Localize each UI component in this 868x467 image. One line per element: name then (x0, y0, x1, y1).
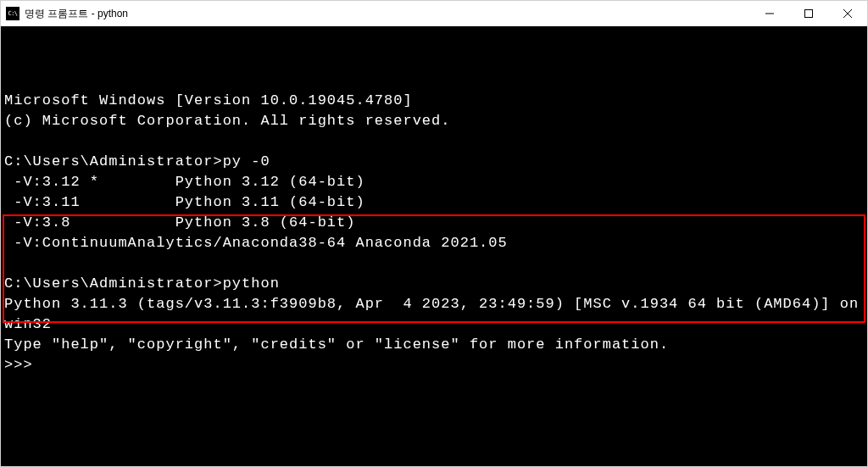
svg-rect-1 (805, 10, 813, 18)
maximize-icon (804, 9, 813, 18)
prompt-command: python (223, 275, 280, 292)
terminal-content: Microsoft Windows [Version 10.0.19045.47… (4, 70, 864, 396)
prompt-line-1: C:\Users\Administrator>py -0 (4, 153, 270, 170)
prompt-path: C:\Users\Administrator> (4, 275, 223, 292)
window-title: 명령 프롬프트 - python (25, 7, 128, 21)
python-repl-prompt: >>> (4, 357, 42, 373)
py-version-row: -V:3.12 * Python 3.12 (64-bit) (4, 174, 365, 190)
close-icon (843, 9, 852, 18)
prompt-path: C:\Users\Administrator> (4, 153, 223, 170)
terminal-output[interactable]: Microsoft Windows [Version 10.0.19045.47… (1, 26, 867, 466)
os-version-line: Microsoft Windows [Version 10.0.19045.47… (4, 92, 413, 108)
cmd-icon (6, 7, 19, 20)
titlebar[interactable]: 명령 프롬프트 - python (1, 1, 867, 26)
python-help-line: Type "help", "copyright", "credits" or "… (4, 336, 669, 353)
window-controls (750, 1, 867, 26)
prompt-line-2: C:\Users\Administrator>python (4, 275, 280, 292)
maximize-button[interactable] (789, 1, 828, 26)
minimize-icon (765, 9, 774, 18)
py-version-row: -V:3.11 Python 3.11 (64-bit) (4, 194, 365, 210)
copyright-line: (c) Microsoft Corporation. All rights re… (4, 113, 450, 129)
python-banner-line: Python 3.11.3 (tags/v3.11.3:f3909b8, Apr… (4, 296, 867, 332)
minimize-button[interactable] (750, 1, 789, 26)
prompt-command: py -0 (223, 153, 270, 170)
py-version-row: -V:3.8 Python 3.8 (64-bit) (4, 214, 355, 231)
close-button[interactable] (828, 1, 867, 26)
py-version-row: -V:ContinuumAnalytics/Anaconda38-64 Anac… (4, 235, 508, 251)
command-prompt-window: 명령 프롬프트 - python Microsoft Windows [Vers… (0, 0, 868, 467)
